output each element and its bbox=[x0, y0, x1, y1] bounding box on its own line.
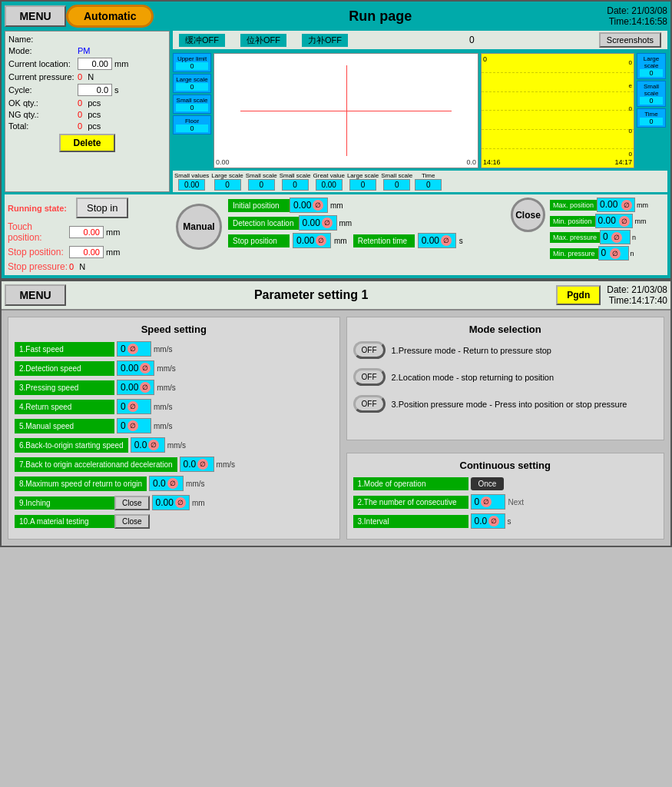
material-testing-label: 10.A material testing bbox=[15, 515, 114, 528]
chart-bottom-controls: Small values 0.00 Large scale 0 Small sc… bbox=[173, 171, 667, 192]
speed-value-1[interactable]: 0∅ bbox=[117, 341, 151, 357]
running-state-label: Running state: bbox=[8, 204, 67, 213]
mode3-text: 3.Position pressure mode - Press into po… bbox=[392, 400, 627, 409]
mode-of-operation-value[interactable]: Once bbox=[471, 477, 505, 490]
interval-clear[interactable]: ∅ bbox=[488, 516, 499, 526]
mode3-off-button[interactable]: OFF bbox=[353, 395, 386, 413]
detection-loc-unit: mm bbox=[339, 219, 353, 227]
total-unit: pcs bbox=[88, 121, 101, 131]
speed-clear-3[interactable]: ∅ bbox=[140, 382, 151, 393]
stop-pos2-clear[interactable]: ∅ bbox=[316, 235, 326, 246]
material-testing-close-button[interactable]: Close bbox=[114, 514, 150, 529]
inching-value[interactable]: 0.00 ∅ bbox=[152, 495, 190, 510]
speed-row-10: 10.A material testing Close bbox=[15, 514, 333, 529]
mode-value: PM bbox=[78, 46, 91, 55]
current-location-value[interactable]: 0.00 bbox=[78, 58, 112, 70]
current-pressure-value: 0 bbox=[78, 72, 82, 81]
max-pos-clear[interactable]: ∅ bbox=[621, 200, 632, 211]
speed-unit-4: mm/s bbox=[154, 403, 172, 411]
speed-value-5[interactable]: 0∅ bbox=[117, 418, 151, 433]
speed-clear-1[interactable]: ∅ bbox=[127, 344, 138, 354]
current-pressure-unit: N bbox=[88, 72, 94, 81]
main-content: Name: Mode: PM Current location: 0.00 mm… bbox=[5, 31, 667, 192]
name-label: Name: bbox=[8, 35, 78, 44]
stop-position2-value[interactable]: 0.00 ∅ bbox=[293, 233, 331, 248]
speed-label-2: 2.Detection speed bbox=[15, 361, 114, 376]
great-value-ctrl: Great value 0.00 bbox=[313, 172, 345, 191]
interval-unit: s bbox=[508, 517, 511, 526]
interval-value[interactable]: 0.0 ∅ bbox=[471, 513, 505, 529]
mode2-off-button[interactable]: OFF bbox=[353, 368, 386, 386]
close-button[interactable]: Close bbox=[511, 198, 545, 232]
continuous-panel: Continuous setting 1.Mode of operation O… bbox=[346, 453, 665, 540]
bottom-menu-button[interactable]: MENU bbox=[5, 284, 66, 306]
consecutive-clear[interactable]: ∅ bbox=[481, 496, 492, 507]
stop-pos2-unit: mm bbox=[334, 237, 347, 245]
touch-position-label: Touch position: bbox=[8, 221, 69, 243]
speed-clear-8[interactable]: ∅ bbox=[167, 478, 178, 489]
stop-position-row: Stop position: 0.00 mm bbox=[8, 246, 173, 258]
speed-rows: 1.Fast speed0∅mm/s2.Detection speed0.00∅… bbox=[15, 341, 333, 491]
initial-position-value[interactable]: 0.00 ∅ bbox=[290, 198, 328, 213]
max-pressure-value[interactable]: 0 ∅ bbox=[600, 230, 631, 244]
initial-position-row: Initial position 0.00 ∅ mm bbox=[228, 198, 508, 213]
initial-position-clear[interactable]: ∅ bbox=[313, 200, 323, 211]
delete-button[interactable]: Delete bbox=[59, 134, 114, 152]
speed-clear-6[interactable]: ∅ bbox=[148, 440, 159, 450]
pgdn-button[interactable]: Pgdn bbox=[556, 285, 601, 305]
speed-value-3[interactable]: 0.00∅ bbox=[117, 380, 154, 395]
min-pos-clear[interactable]: ∅ bbox=[619, 216, 630, 227]
speed-unit-6: mm/s bbox=[167, 441, 186, 450]
stop-position-value[interactable]: 0.00 bbox=[69, 246, 104, 258]
mode-row-3: OFF 3.Position pressure mode - Press int… bbox=[353, 395, 658, 413]
max-press-unit: n bbox=[632, 234, 636, 241]
detection-location-value[interactable]: 0.00 ∅ bbox=[299, 215, 337, 231]
menu-button[interactable]: MENU bbox=[5, 5, 66, 27]
speed-clear-2[interactable]: ∅ bbox=[140, 363, 151, 374]
interval-label: 3.Interval bbox=[353, 515, 468, 528]
name-row: Name: bbox=[8, 35, 166, 44]
speed-clear-5[interactable]: ∅ bbox=[127, 420, 138, 431]
retention-unit: s bbox=[459, 237, 463, 245]
min-press-clear[interactable]: ∅ bbox=[610, 248, 621, 259]
touch-position-value[interactable]: 0.00 bbox=[69, 226, 104, 238]
main-chart: 0.00 0.0 bbox=[214, 53, 478, 168]
large-scale-bottom-ctrl: Large scale 0 bbox=[211, 172, 243, 191]
max-press-clear[interactable]: ∅ bbox=[611, 232, 622, 243]
stop-position-label: Stop position: bbox=[8, 247, 69, 257]
inching-clear[interactable]: ∅ bbox=[175, 497, 186, 508]
cycle-label: Cycle: bbox=[8, 85, 78, 95]
speed-clear-4[interactable]: ∅ bbox=[127, 401, 138, 412]
speed-value-6[interactable]: 0.0∅ bbox=[131, 437, 165, 453]
max-position-value[interactable]: 0.00 ∅ bbox=[597, 198, 635, 212]
stop-in-button[interactable]: Stop in bbox=[76, 198, 128, 218]
speed-value-4[interactable]: 0∅ bbox=[117, 399, 151, 414]
small-scale-ctrl: Small scale 0 bbox=[173, 95, 211, 114]
speed-row-2: 2.Detection speed0.00∅mm/s bbox=[15, 360, 333, 376]
detection-location-clear[interactable]: ∅ bbox=[322, 218, 333, 228]
screenshots-button[interactable]: Screenshots bbox=[599, 32, 661, 48]
small-scale-bottom-ctrl2: Small scale 0 bbox=[280, 172, 311, 191]
large-scale-ctrl2: Large scale 0 bbox=[347, 172, 379, 191]
inching-close-button[interactable]: Close bbox=[114, 496, 150, 510]
consecutive-value[interactable]: 0 ∅ bbox=[471, 494, 505, 510]
min-pressure-value[interactable]: 0 ∅ bbox=[598, 246, 629, 261]
automatic-button[interactable]: Automatic bbox=[66, 5, 154, 28]
cycle-value[interactable]: 0.0 bbox=[78, 84, 112, 96]
speed-value-8[interactable]: 0.0∅ bbox=[149, 476, 184, 491]
retention-time-clear[interactable]: ∅ bbox=[441, 235, 452, 246]
mode1-off-button[interactable]: OFF bbox=[353, 341, 386, 359]
chart-main-wrapper: Upper limit 0 Large scale 0 Small scale … bbox=[173, 53, 667, 168]
speed-value-2[interactable]: 0.00∅ bbox=[117, 360, 154, 376]
speed-value-7[interactable]: 0.0∅ bbox=[180, 457, 214, 472]
manual-button[interactable]: Manual bbox=[176, 204, 222, 250]
speed-clear-7[interactable]: ∅ bbox=[197, 459, 208, 470]
yellow-chart: 0 14:16 14:17 0 e 0 0 bbox=[481, 53, 634, 168]
retention-time-value[interactable]: 0.00 ∅ bbox=[418, 233, 456, 248]
param-content: Speed setting 1.Fast speed0∅mm/s2.Detect… bbox=[2, 310, 670, 546]
speed-title: Speed setting bbox=[15, 324, 333, 335]
min-position-value[interactable]: 0.00 ∅ bbox=[595, 214, 634, 228]
ng-qty-row: NG qty.: 0 pcs bbox=[8, 110, 166, 119]
speed-unit-3: mm/s bbox=[157, 384, 175, 392]
initial-position-label: Initial position bbox=[228, 199, 290, 212]
